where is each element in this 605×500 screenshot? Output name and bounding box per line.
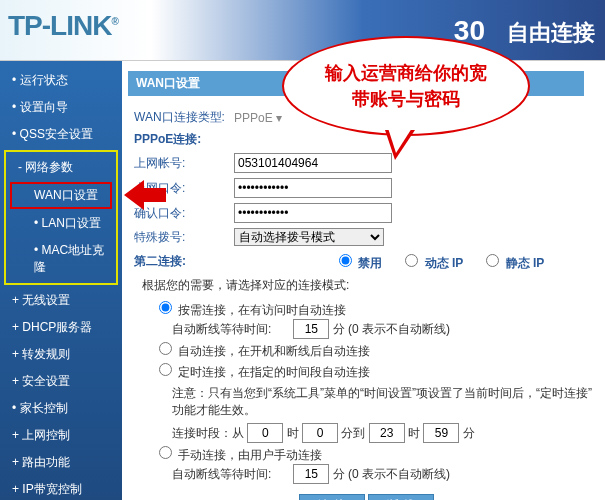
sidebar-item-status[interactable]: 运行状态	[0, 67, 122, 94]
logo: TP-LINK®	[8, 10, 118, 42]
sidebar-item-mac[interactable]: MAC地址克隆	[8, 237, 114, 281]
conn-type-select[interactable]: PPPoE ▾	[234, 111, 282, 125]
radio-disable[interactable]: 禁用	[334, 251, 382, 272]
manual-wait-label: 自动断线等待时间:	[172, 466, 290, 483]
annotation-arrow-icon	[124, 175, 166, 215]
time-to-hour[interactable]	[369, 423, 405, 443]
svg-marker-0	[124, 180, 166, 210]
sidebar-item-lan[interactable]: LAN口设置	[8, 210, 114, 237]
time-from-min[interactable]	[302, 423, 338, 443]
need-label: 根据您的需要，请选择对应的连接模式:	[142, 277, 599, 294]
special-label: 特殊拨号:	[134, 229, 234, 246]
special-select[interactable]: 自动选择拨号模式	[234, 228, 384, 246]
confirm-input[interactable]	[234, 203, 392, 223]
banner-slogan: 自由连接	[507, 18, 595, 48]
timed-note: 注意：只有当您到“系统工具”菜单的“时间设置”项设置了当前时间后，“定时连接”功…	[172, 385, 599, 419]
manual-wait-unit: 分 (0 表示不自动断线)	[333, 467, 450, 481]
disconnect-button[interactable]: 断 线	[368, 494, 433, 500]
sidebar-item-forward[interactable]: 转发规则	[0, 341, 122, 368]
annotation-bubble: 输入运营商给你的宽带账号与密码	[282, 36, 530, 136]
time-range-row: 连接时段：从 时 分到 时 分	[172, 423, 599, 443]
sidebar-item-qss[interactable]: QSS安全设置	[0, 121, 122, 148]
radio-timed-conn[interactable]: 定时连接，在指定的时间段自动连接	[154, 365, 370, 379]
sidebar-item-route[interactable]: 路由功能	[0, 449, 122, 476]
sidebar-item-bandwidth[interactable]: IP带宽控制	[0, 476, 122, 500]
sidebar-item-network[interactable]: 网络参数	[8, 154, 114, 181]
sidebar-item-wireless[interactable]: 无线设置	[0, 287, 122, 314]
radio-on-demand[interactable]: 按需连接，在有访问时自动连接	[154, 303, 346, 317]
sidebar-item-wizard[interactable]: 设置向导	[0, 94, 122, 121]
sidebar-item-dhcp[interactable]: DHCP服务器	[0, 314, 122, 341]
manual-wait-input[interactable]	[293, 464, 329, 484]
username-input[interactable]	[234, 153, 392, 173]
time-to-min[interactable]	[423, 423, 459, 443]
auto-wait-input[interactable]	[293, 319, 329, 339]
second-conn-label: 第二连接:	[134, 253, 234, 270]
conn-type-label: WAN口连接类型:	[134, 109, 234, 126]
sidebar-item-security[interactable]: 安全设置	[0, 368, 122, 395]
radio-manual[interactable]: 手动连接，由用户手动连接	[154, 448, 322, 462]
radio-auto-conn[interactable]: 自动连接，在开机和断线后自动连接	[154, 344, 370, 358]
password-input[interactable]	[234, 178, 392, 198]
sidebar-item-parental[interactable]: 家长控制	[0, 395, 122, 422]
auto-wait-label: 自动断线等待时间:	[172, 321, 290, 338]
radio-dynamic[interactable]: 动态 IP	[400, 251, 463, 272]
top-banner: TP-LINK® 30 自由连接	[0, 0, 605, 61]
radio-static[interactable]: 静态 IP	[481, 251, 544, 272]
sidebar-item-access[interactable]: 上网控制	[0, 422, 122, 449]
username-label: 上网帐号:	[134, 155, 234, 172]
connect-button[interactable]: 连 接	[299, 494, 364, 500]
sidebar-item-wan[interactable]: WAN口设置	[10, 182, 112, 209]
auto-wait-unit: 分 (0 表示不自动断线)	[333, 322, 450, 336]
time-from-hour[interactable]	[247, 423, 283, 443]
sidebar-highlight-box: 网络参数 WAN口设置 LAN口设置 MAC地址克隆	[4, 150, 118, 285]
pppoe-label: PPPoE连接:	[134, 131, 234, 148]
sidebar: 运行状态 设置向导 QSS安全设置 网络参数 WAN口设置 LAN口设置 MAC…	[0, 61, 122, 500]
